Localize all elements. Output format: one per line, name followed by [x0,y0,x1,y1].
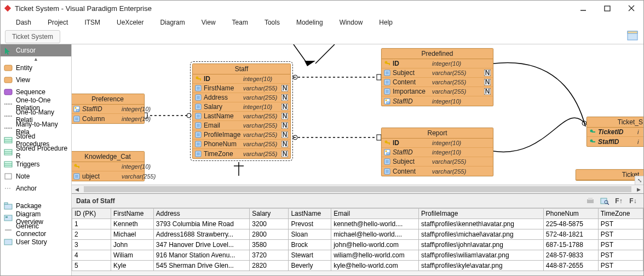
table-cell[interactable]: 572-48-1821 [543,229,598,240]
palette-user-story[interactable]: User Story [1,236,71,248]
table-cell[interactable]: michael@hello-world.... [331,229,419,240]
table-cell[interactable]: staff\profiles\john\avatar.png [419,240,544,250]
table-cell[interactable]: 5 [72,261,111,271]
table-cell[interactable]: 2800 [250,229,289,240]
column-row[interactable]: TimeZonevarchar(255)N [193,149,290,158]
grid-tool-font-increase-icon[interactable]: F↑ [613,196,625,206]
column-row[interactable]: integer(10) [72,162,144,171]
column-row[interactable]: Emailvarchar(255)N [193,121,290,130]
maximize-button[interactable] [595,2,619,15]
menu-itsm[interactable]: ITSM [76,19,108,26]
column-row[interactable]: FirstNamevarchar(255)N [193,84,290,93]
table-cell[interactable]: PST [598,240,643,250]
entity-preference[interactable]: Preference StaffIDinteger(10)Columninteg… [72,94,145,124]
table-cell[interactable]: 448-87-2655 [543,261,598,271]
data-table[interactable]: ID (PK)FirstNameAddressSalaryLastNameEma… [72,208,643,271]
table-row[interactable]: 5Kyle545 Sherman Drive Glen...2820Beverl… [72,261,643,271]
menu-modeling[interactable]: Modeling [288,19,331,26]
column-row[interactable]: Salaryinteger(10)N [193,102,290,112]
table-cell[interactable]: Wiliam [111,250,154,261]
column-header[interactable]: ProfileImage [419,209,544,219]
table-cell[interactable]: PST [598,219,643,229]
table-cell[interactable]: 3793 Columbia Mine Road [153,219,249,229]
grid-tool-font-decrease-icon[interactable]: F↓ [627,196,639,206]
column-row[interactable]: ubjectvarchar(255)N [72,171,144,181]
table-cell[interactable]: 3 [72,240,111,250]
resize-corner-icon[interactable]: ⤡ [635,176,643,185]
table-cell[interactable]: 3580 [250,240,289,250]
table-cell[interactable]: Stewart [289,250,331,261]
column-row[interactable]: Subjectvarchar(255) [382,157,493,166]
column-row[interactable]: IDinteger(10) [193,74,290,84]
column-row[interactable]: IDinteger(10) [382,59,493,68]
menu-diagram[interactable]: Diagram [152,19,193,26]
column-row[interactable]: StaffIDi [587,137,643,146]
table-cell[interactable]: 3720 [250,250,289,261]
menu-view[interactable]: View [193,19,224,26]
table-row[interactable]: 2MichaelAddress1688 Strawberry...2800Slo… [72,229,643,240]
column-row[interactable]: Contentvarchar(255)N [382,78,493,87]
table-cell[interactable]: 916 Manor Station Avenu... [153,250,249,261]
table-cell[interactable]: 225-48-5875 [543,219,598,229]
column-row[interactable]: StaffIDinteger(10) [382,148,493,157]
column-row[interactable]: TicketIDi [587,128,643,137]
column-row[interactable]: PhoneNumvarchar(255)N [193,140,290,149]
palette-collapse-icon[interactable]: ▲ [1,56,71,62]
column-header[interactable]: PhoneNum [543,209,598,219]
table-cell[interactable]: staff\profiles\wiliam\avatar.png [419,250,544,261]
menu-help[interactable]: Help [371,19,401,26]
palette-view[interactable]: View [1,74,71,86]
entity-predefined[interactable]: Predefined IDinteger(10)Subjectvarchar(2… [381,48,493,106]
palette-cursor[interactable]: Cursor [1,44,71,56]
column-row[interactable]: Columninteger(10) [72,114,144,123]
palette-triggers[interactable]: Triggers [1,158,71,170]
column-row[interactable]: LastNamevarchar(255)N [193,112,290,121]
table-cell[interactable]: 687-15-1788 [543,240,598,250]
table-cell[interactable]: 2820 [250,261,289,271]
entity-knowledge-cat[interactable]: Knowledge_Cat integer(10)ubjectvarchar(2… [72,151,145,181]
table-cell[interactable]: Brock [289,240,331,250]
close-button[interactable] [619,2,643,15]
table-row[interactable]: 3John347 Hanover Drive Lovel...3580Brock… [72,240,643,250]
table-cell[interactable]: 3200 [250,219,289,229]
grid-tool-find-icon[interactable] [599,196,611,206]
entity-ticket[interactable]: Ticket_ [576,169,643,181]
menu-project[interactable]: Project [39,19,76,26]
table-cell[interactable]: PST [598,250,643,261]
table-cell[interactable]: 1 [72,219,111,229]
diagram-canvas[interactable]: Preference StaffIDinteger(10)Columninteg… [72,44,643,185]
palette-stored-procedure-r[interactable]: Stored Procedure R [1,146,71,158]
horizontal-scrollbar[interactable]: ◀ ▶ [72,185,643,193]
palette-note[interactable]: Note [1,170,71,182]
table-cell[interactable]: 545 Sherman Drive Glen... [153,261,249,271]
grid-tool-print-icon[interactable] [584,196,596,206]
table-cell[interactable]: staff\profiles\michael\avatar.png [419,229,544,240]
table-cell[interactable]: PST [598,229,643,240]
table-cell[interactable]: Address1688 Strawberry... [153,229,249,240]
table-row[interactable]: 1Kenneth3793 Columbia Mine Road3200Prevo… [72,219,643,229]
table-cell[interactable]: John [111,240,154,250]
menu-team[interactable]: Team [224,19,256,26]
column-row[interactable]: Importancevarchar(255)N [382,87,493,96]
table-cell[interactable]: Sloan [289,229,331,240]
properties-pane-icon[interactable] [627,31,638,42]
column-header[interactable]: Salary [250,209,289,219]
scroll-right-icon[interactable]: ▶ [634,185,643,194]
palette-entity[interactable]: Entity [1,62,71,74]
table-cell[interactable]: john@hello-world.com [331,240,419,250]
scroll-left-icon[interactable]: ◀ [72,185,82,194]
table-cell[interactable]: Michael [111,229,154,240]
menu-tools[interactable]: Tools [256,19,288,26]
table-cell[interactable]: staff\profiles\kyle\avatar.png [419,261,544,271]
entity-report[interactable]: Report IDinteger(10)StaffIDinteger(10)Su… [381,128,493,176]
column-header[interactable]: FirstName [111,209,154,219]
column-header[interactable]: TimeZone [598,209,643,219]
breadcrumb-item[interactable]: Ticket System [5,30,60,43]
column-header[interactable]: Address [153,209,249,219]
table-cell[interactable]: kenneth@hello-world.... [331,219,419,229]
palette-generic-connector[interactable]: Generic Connector [1,224,71,236]
table-cell[interactable]: Kenneth [111,219,154,229]
entity-staff[interactable]: Staff IDinteger(10)FirstNamevarchar(255)… [192,64,291,159]
column-header[interactable]: Email [331,209,419,219]
entity-ticket-s[interactable]: Ticket_S TicketIDiStaffIDi [586,117,643,147]
